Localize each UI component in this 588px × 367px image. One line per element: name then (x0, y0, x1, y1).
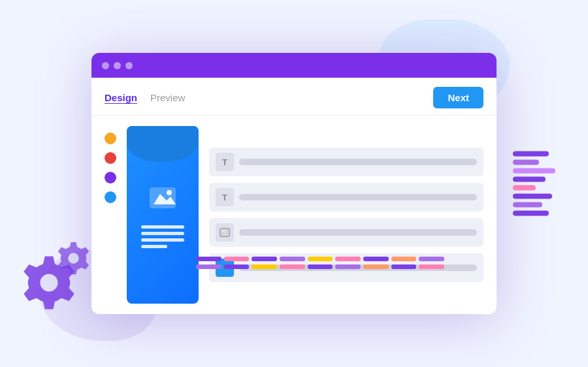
banner-image-icon (147, 182, 178, 216)
strip-5 (513, 185, 536, 191)
main-area: T T (91, 116, 497, 314)
browser-window: Design Preview Next (91, 53, 497, 314)
tabs-container: Design Preview (105, 92, 185, 103)
strip-3 (513, 168, 555, 174)
banner-text-lines (141, 225, 184, 248)
strip-7 (513, 202, 542, 208)
gear-container (20, 253, 78, 315)
banner-line-1 (141, 225, 184, 229)
svg-point-5 (226, 230, 228, 232)
banner-line-3 (141, 238, 184, 242)
strip-8 (513, 211, 549, 216)
right-decorative-strips (513, 152, 555, 216)
bottom-decorative-strips (196, 257, 444, 275)
strip-2 (513, 160, 539, 165)
bstrip-2-9 (419, 264, 444, 269)
dot-3 (125, 62, 133, 69)
banner-line-4 (141, 245, 167, 248)
bstrip-1-5 (308, 257, 333, 261)
bstrip-2-7 (363, 264, 389, 269)
property-panel: T T (209, 126, 483, 304)
bstrip-2-2 (224, 264, 250, 269)
text-icon-1: T (216, 153, 234, 171)
title-dots (102, 62, 133, 69)
bstrip-1-9 (419, 257, 444, 261)
next-button[interactable]: Next (433, 87, 483, 108)
bstrip-2-4 (280, 264, 305, 269)
browser-content: Design Preview Next (91, 78, 497, 314)
prop-bar-1 (239, 159, 477, 165)
color-dot-red[interactable] (105, 152, 116, 164)
bstrip-1-2 (224, 257, 250, 261)
text-icon-2: T (216, 188, 234, 206)
image-icon (216, 223, 234, 242)
bstrip-2-5 (308, 264, 333, 269)
svg-point-2 (167, 190, 172, 195)
tab-design[interactable]: Design (105, 92, 137, 103)
color-dot-purple[interactable] (105, 172, 116, 184)
bstrip-2-3 (252, 264, 277, 269)
strip-6 (513, 194, 552, 199)
prop-bar-2 (239, 194, 477, 200)
bstrip-1-1 (196, 257, 221, 261)
bstrip-1-4 (280, 257, 305, 261)
banner-arc (127, 126, 199, 162)
color-dot-orange[interactable] (105, 133, 116, 144)
bstrip-1-6 (335, 257, 361, 261)
strip-1 (513, 152, 549, 157)
gear-small-icon (56, 240, 91, 276)
strip-4 (513, 177, 546, 182)
bstrip-1-8 (391, 257, 417, 261)
banner-preview (127, 126, 199, 304)
bstrip-1-7 (363, 257, 389, 261)
prop-row-image (209, 218, 483, 247)
bstrip-2-1 (196, 264, 221, 269)
svg-marker-4 (220, 232, 229, 234)
tab-bar: Design Preview Next (91, 78, 497, 116)
bottom-strip-row-2 (196, 264, 444, 269)
tab-preview[interactable]: Preview (150, 92, 185, 103)
browser-titlebar (91, 53, 497, 78)
bstrip-2-6 (335, 264, 361, 269)
dot-1 (102, 62, 109, 69)
bstrip-1-3 (252, 257, 277, 261)
color-dot-blue[interactable] (105, 191, 116, 203)
prop-row-text-1: T (209, 148, 483, 176)
color-dots-panel (105, 126, 116, 304)
bstrip-2-8 (391, 264, 417, 269)
banner-line-2 (141, 232, 184, 235)
bottom-strip-row-1 (196, 257, 444, 261)
svg-rect-3 (220, 229, 229, 236)
prop-bar-3 (239, 229, 477, 236)
prop-row-text-2: T (209, 183, 483, 212)
dot-2 (114, 62, 121, 69)
